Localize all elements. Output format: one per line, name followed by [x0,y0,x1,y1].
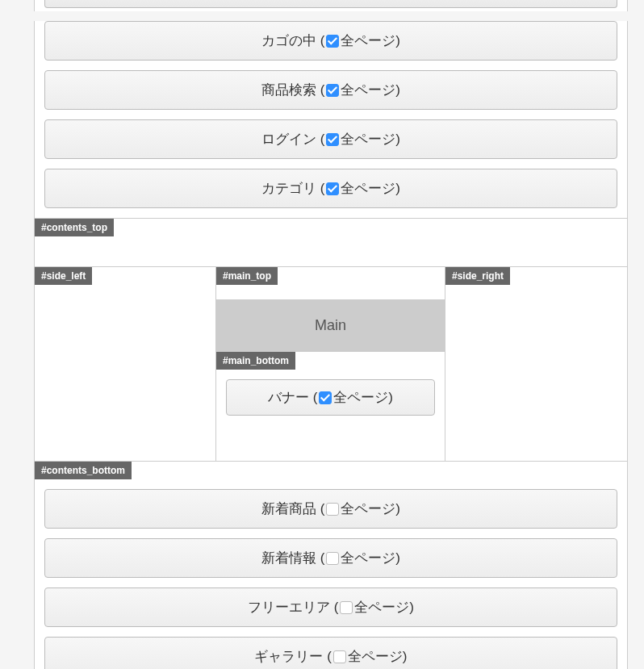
layout-block[interactable]: 新着情報 (全ページ) [44,538,617,578]
contents-top-label: #contents_top [35,219,114,236]
block-name: ギャラリー [254,649,323,664]
main-bottom-region: #main_bottom バナー (全ページ) [216,352,445,429]
header-blocks-stack: カゴの中 (全ページ)商品検索 (全ページ)ログイン (全ページ)カテゴリ (全… [35,21,627,218]
block-name: 新着商品 [261,501,316,516]
all-pages-checkbox[interactable] [326,84,339,97]
all-pages-label: 全ページ [341,501,395,516]
main-top-region: #main_top [216,267,445,299]
layout-block[interactable]: フリーエリア (全ページ) [44,587,617,627]
main-bottom-label: #main_bottom [216,352,295,370]
layout-block[interactable]: ギャラリー (全ページ) [44,637,617,669]
block-name: カゴの中 [261,33,316,48]
side-right-region: #side_right [445,267,627,461]
all-pages-checkbox[interactable] [319,391,332,404]
all-pages-label: 全ページ [341,550,395,566]
layout-block[interactable]: 商品検索 (全ページ) [44,70,617,110]
block-name: 商品検索 [261,82,316,98]
layout-block[interactable]: バナー (全ページ) [226,379,435,416]
contents-bottom-label: #contents_bottom [35,462,132,479]
side-right-label: #side_right [445,267,510,285]
all-pages-label: 全ページ [341,181,395,196]
all-pages-label: 全ページ [341,33,395,48]
layout-block[interactable]: 新着商品 (全ページ) [44,489,617,529]
all-pages-label: 全ページ [341,132,395,147]
main-center-placeholder: Main [216,299,445,352]
all-pages-checkbox[interactable] [326,503,339,516]
main-region: #main_top Main #main_bottom バナー (全ページ) [216,267,445,461]
all-pages-checkbox[interactable] [326,552,339,565]
all-pages-checkbox[interactable] [326,35,339,48]
layout-block[interactable]: ログイン (全ページ) [44,119,617,159]
all-pages-label: 全ページ [333,390,388,405]
layout-block[interactable]: カゴの中 (全ページ) [44,21,617,61]
block-name: ログイン [261,132,316,147]
contents-top-region: #contents_top [35,218,627,266]
all-pages-checkbox[interactable] [326,182,339,195]
three-column-layout: #side_left #main_top Main #main_bottom バ… [35,266,627,461]
all-pages-label: 全ページ [354,600,409,615]
block-name: フリーエリア [248,600,330,615]
block-name: カテゴリ [261,181,316,196]
side-left-region: #side_left [35,267,216,461]
all-pages-checkbox[interactable] [326,133,339,146]
partial-previous-section [34,0,628,11]
all-pages-checkbox[interactable] [333,650,346,663]
block-name: 新着情報 [261,550,316,566]
all-pages-checkbox[interactable] [340,601,353,614]
all-pages-label: 全ページ [341,82,395,98]
all-pages-label: 全ページ [348,649,403,664]
main-top-label: #main_top [216,267,278,285]
block-name: バナー [268,390,309,405]
layout-block[interactable]: カテゴリ (全ページ) [44,169,617,208]
side-left-label: #side_left [35,267,92,285]
contents-bottom-region: #contents_bottom 新着商品 (全ページ)新着情報 (全ページ)フ… [35,461,627,669]
